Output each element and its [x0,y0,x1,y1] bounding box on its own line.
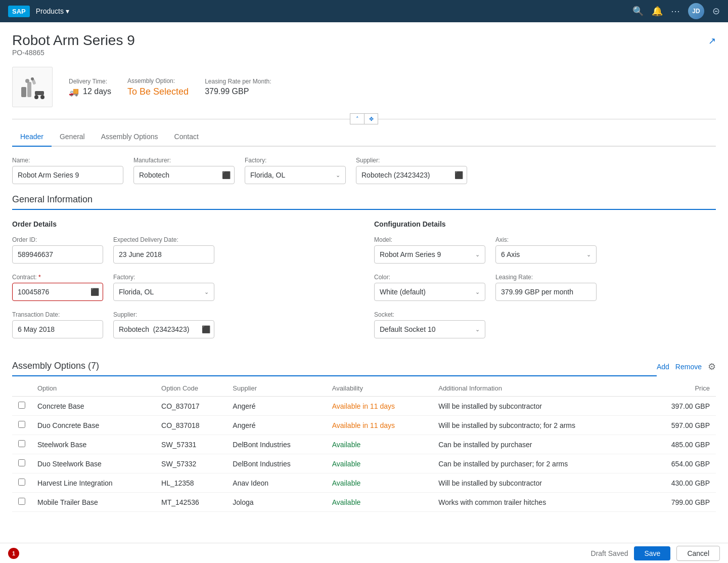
header-form-row: Name: Manufacturer: ⬛ Factory: Florida, … [12,157,716,184]
option-cell: Duo Concrete Base [31,416,155,435]
availability-cell: Available [326,493,432,512]
row-checkbox-3[interactable] [18,440,25,447]
socket-select[interactable]: Default Socket 10 ⌄ [374,320,485,338]
contract-input[interactable] [12,283,103,301]
tab-contact[interactable]: Contact [166,128,207,147]
socket-value: Default Socket 10 [380,325,436,333]
top-bar-left: SAP Products ▾ [8,6,69,17]
row-checkbox-6[interactable] [18,498,25,505]
leasing-rate-field: Leasing Rate: [495,274,597,301]
assembly-option-label: Assembly Option: [127,77,189,84]
row-checkbox-1[interactable] [18,402,25,409]
remove-button[interactable]: Remove [675,363,702,371]
transaction-supplier-row: Transaction Date: Supplier: ⬛ [12,311,354,338]
factory-header-value: Florida, OL [250,171,285,179]
order-id-row: Order ID: Expected Delivery Date: [12,236,354,264]
search-icon[interactable]: 🔍 [632,6,644,17]
row-checkbox-4[interactable] [18,459,25,466]
option-cell: Concrete Base [31,397,155,416]
row-checkbox-5[interactable] [18,479,25,486]
products-label: Products [36,7,64,15]
color-field: Color: White (default) ⌄ [374,274,485,301]
option-cell: Duo Steelwork Base [31,454,155,473]
color-leasing-row: Color: White (default) ⌄ Leasing Rate: [374,274,716,301]
price-cell: 799.00 GBP [644,493,716,512]
contract-wrapper: ⬛ [12,283,103,301]
manufacturer-input[interactable] [133,166,235,184]
name-input[interactable] [12,166,123,184]
model-select[interactable]: Robot Arm Series 9 ⌄ [374,245,485,264]
socket-row: Socket: Default Socket 10 ⌄ [374,311,716,338]
tab-header[interactable]: Header [12,128,52,147]
order-details-title: Order Details [12,220,354,228]
model-label: Model: [374,236,485,243]
supplier-cell: Angeré [226,397,326,416]
manufacturer-input-wrapper: ⬛ [133,166,235,184]
row-checkbox-cell [12,435,31,454]
supplier-order-field: Supplier: ⬛ [113,311,214,338]
more-options-icon[interactable]: ⋯ [671,6,680,17]
supplier-cell: Anav Ideon [226,473,326,493]
add-button[interactable]: Add [657,363,669,371]
two-col-section: Order Details Order ID: Expected Deliver… [12,220,716,349]
axis-select[interactable]: 6 Axis ⌄ [495,245,597,264]
supplier-header-input[interactable] [356,166,467,184]
supplier-column-header: Supplier [226,380,326,397]
collapse-expand-button[interactable]: ✥ [364,113,378,124]
color-select[interactable]: White (default) ⌄ [374,283,485,301]
code-cell: HL_12358 [155,473,226,493]
assembly-options-title: Assembly Options (7) [12,361,657,376]
contract-open-icon[interactable]: ⬛ [90,288,99,296]
sap-logo[interactable]: SAP [8,6,30,17]
price-cell: 597.00 GBP [644,416,716,435]
option-cell: Mobile Trailer Base [31,493,155,512]
grid-icon[interactable]: ⊝ [712,6,720,17]
collapse-up-button[interactable]: ˄ [350,113,364,124]
table-row: Harvest Line Integration HL_12358 Anav I… [12,473,716,493]
top-navigation-bar: SAP Products ▾ 🔍 🔔 ⋯ JD ⊝ [0,0,728,22]
avatar[interactable]: JD [688,3,704,19]
title-block: Robot Arm Series 9 PO-48865 [12,32,135,65]
code-cell: CO_837018 [155,416,226,435]
manufacturer-open-icon[interactable]: ⬛ [222,171,231,179]
info-cell: Can be installed by purchaser [432,435,644,454]
axis-field: Axis: 6 Axis ⌄ [495,236,597,264]
info-cell: Will be installed by subcontractor [432,397,644,416]
expected-delivery-label: Expected Delivery Date: [113,236,214,243]
model-value: Robot Arm Series 9 [380,250,441,258]
general-information-title: General Information [12,194,716,210]
leasing-rate-input[interactable] [495,283,597,301]
supplier-order-input[interactable] [113,320,214,338]
settings-icon[interactable]: ⚙ [708,361,716,372]
factory-header-arrow: ⌄ [336,172,340,179]
bell-icon[interactable]: 🔔 [652,6,663,17]
order-id-input[interactable] [12,245,103,264]
axis-label: Axis: [495,236,597,243]
option-code-column-header: Option Code [155,380,226,397]
svg-point-6 [34,95,38,99]
supplier-header-open-icon[interactable]: ⬛ [454,171,463,179]
factory-order-select[interactable]: Florida, OL ⌄ [113,283,214,301]
supplier-cell: Angeré [226,416,326,435]
row-checkbox-cell [12,473,31,493]
order-details-col: Order Details Order ID: Expected Deliver… [12,220,354,349]
assembly-options-table: Option Option Code Supplier Availability… [12,380,716,512]
tab-general[interactable]: General [52,128,93,147]
assembly-table-head: Option Option Code Supplier Availability… [12,380,716,397]
transaction-input[interactable] [12,320,103,338]
config-details-title: Configuration Details [374,220,716,228]
tab-assembly-options[interactable]: Assembly Options [93,128,166,147]
socket-field: Socket: Default Socket 10 ⌄ [374,311,485,338]
factory-field-header: Factory: Florida, OL ⌄ [245,157,346,184]
expected-delivery-input[interactable] [113,245,214,264]
external-link-icon[interactable]: ↗ [708,35,716,47]
price-cell: 397.00 GBP [644,397,716,416]
code-cell: SW_57331 [155,435,226,454]
option-cell: Steelwork Base [31,435,155,454]
products-menu[interactable]: Products ▾ [36,7,69,15]
factory-header-select[interactable]: Florida, OL ⌄ [245,166,346,184]
supplier-order-open-icon[interactable]: ⬛ [202,325,210,333]
availability-cell: Available [326,435,432,454]
factory-order-field: Factory: Florida, OL ⌄ [113,274,214,301]
row-checkbox-2[interactable] [18,421,25,428]
